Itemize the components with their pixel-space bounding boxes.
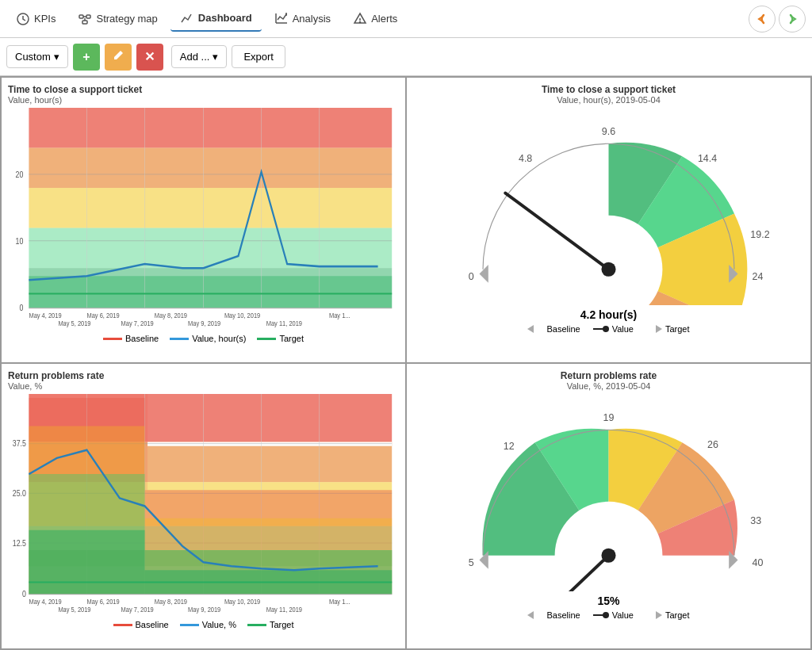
svg-point-52: [603, 326, 609, 332]
panel-bottom-left-title: Return problems rate: [8, 370, 399, 381]
panel-top-right-subtitle: Value, hour(s), 2019-05-04: [413, 95, 804, 105]
add-dropdown-button[interactable]: Add ... ▾: [171, 45, 228, 68]
chart-legend-top-left: Baseline Value, hour(s) Target: [8, 334, 399, 343]
svg-text:10: 10: [16, 236, 24, 246]
gauge-legend-baseline-br: Baseline: [527, 610, 580, 620]
line-chart-top: 0 10 20 May 4, 2019 May 6, 2019 May 8, 2…: [8, 108, 399, 332]
svg-text:20: 20: [16, 170, 24, 179]
panel-top-right: Time to close a support ticket Value, ho…: [406, 77, 811, 363]
svg-marker-50: [527, 325, 534, 333]
plus-icon: +: [82, 50, 90, 64]
chart-legend-bottom-left: Baseline Value, % Target: [8, 620, 399, 629]
legend-baseline-bl: Baseline: [113, 620, 169, 629]
svg-text:24: 24: [753, 271, 764, 282]
nav-analysis-label: Analysis: [293, 13, 331, 25]
legend-target-bl-line: [247, 624, 266, 626]
svg-rect-2: [86, 15, 90, 18]
analysis-icon: [274, 12, 289, 26]
alerts-icon: [353, 12, 367, 26]
gauge-top-value: 4.2 hour(s): [580, 308, 638, 321]
svg-text:May 5, 2019: May 5, 2019: [58, 606, 91, 614]
svg-text:May 7, 2019: May 7, 2019: [121, 319, 155, 327]
nav-dashboard-label: Dashboard: [198, 12, 252, 24]
svg-marker-104: [656, 611, 662, 619]
gauge-legend-baseline: Baseline: [527, 324, 580, 334]
nav-dashboard[interactable]: Dashboard: [170, 6, 262, 32]
line-chart-bottom: 0 12.5 25.0 37.5 May 4, 2019 May 6, 2019…: [8, 394, 399, 618]
gauge-legend-target-label: Target: [665, 324, 690, 334]
svg-rect-3: [82, 21, 87, 24]
gauge-legend-baseline-label: Baseline: [546, 324, 580, 334]
export-label: Export: [243, 51, 274, 63]
svg-text:12.5: 12.5: [13, 538, 26, 548]
add-label: Add ...: [180, 51, 210, 63]
nav-forward-button[interactable]: [779, 6, 806, 32]
svg-text:5: 5: [469, 557, 474, 568]
legend-target-line: [257, 338, 276, 340]
svg-text:May 10, 2019: May 10, 2019: [224, 598, 261, 606]
gauge-legend-target-br: Target: [646, 610, 690, 620]
nav-back-button[interactable]: [749, 6, 776, 32]
add-dropdown-arrow: ▾: [213, 51, 218, 63]
svg-text:May 1...: May 1...: [329, 598, 350, 606]
svg-text:May 7, 2019: May 7, 2019: [121, 606, 155, 614]
gauge-bottom-value: 15%: [597, 595, 619, 607]
svg-marker-40: [479, 265, 488, 283]
custom-dropdown-arrow: ▾: [54, 51, 59, 63]
add-new-button[interactable]: +: [73, 44, 100, 71]
svg-text:37.5: 37.5: [13, 438, 26, 448]
svg-marker-101: [527, 611, 534, 619]
legend-target-label: Target: [279, 334, 304, 343]
svg-text:May 11, 2019: May 11, 2019: [266, 319, 303, 327]
edit-button[interactable]: [105, 44, 132, 71]
svg-rect-17: [29, 276, 392, 308]
svg-text:9.6: 9.6: [602, 126, 615, 137]
svg-text:26: 26: [707, 439, 718, 450]
svg-point-11: [360, 21, 361, 22]
dashboard-icon: [180, 11, 194, 25]
nav-alerts[interactable]: Alerts: [343, 7, 407, 31]
svg-text:May 6, 2019: May 6, 2019: [86, 312, 120, 319]
panel-bottom-left-subtitle: Value, %: [8, 381, 399, 391]
navbar: KPIs Strategy map Dashboard: [0, 0, 812, 38]
legend-target-bl-label: Target: [270, 620, 294, 629]
gauge-legend-baseline-br-label: Baseline: [546, 610, 580, 620]
close-icon: ✕: [144, 49, 155, 64]
gauge-legend-value-label: Value: [612, 324, 634, 334]
svg-text:May 1...: May 1...: [329, 312, 350, 319]
line-chart-top-svg: 0 10 20 May 4, 2019 May 6, 2019 May 8, 2…: [8, 108, 399, 332]
nav-kpis[interactable]: KPIs: [6, 7, 65, 31]
kpi-icon: [16, 12, 30, 26]
gauge-legend-value: Value: [593, 324, 634, 334]
legend-value-bl: Value, %: [180, 620, 236, 629]
nav-strategy-map[interactable]: Strategy map: [68, 7, 167, 31]
nav-kpis-label: KPIs: [34, 13, 56, 25]
panel-top-right-title: Time to close a support ticket: [413, 84, 804, 95]
panel-bottom-left: Return problems rate Value, %: [1, 363, 406, 649]
svg-rect-1: [79, 15, 83, 18]
svg-text:0: 0: [469, 271, 474, 282]
svg-text:May 4, 2019: May 4, 2019: [29, 312, 62, 319]
svg-text:14.4: 14.4: [698, 153, 717, 164]
line-chart-bottom-svg: 0 12.5 25.0 37.5 May 4, 2019 May 6, 2019…: [8, 394, 399, 618]
nav-analysis[interactable]: Analysis: [265, 7, 340, 31]
delete-button[interactable]: ✕: [136, 44, 163, 71]
gauge-top-legend: Baseline Value Target: [527, 324, 689, 334]
legend-value-bl-label: Value, %: [202, 620, 236, 629]
panel-bottom-right: Return problems rate Value, %, 2019-05-0…: [406, 363, 811, 649]
dashboard-grid: Time to close a support ticket Value, ho…: [0, 76, 812, 650]
custom-dropdown-button[interactable]: Custom ▾: [6, 45, 68, 68]
gauge-bottom-svg: 5 12 19 26 33 40: [413, 394, 804, 591]
legend-baseline-bl-label: Baseline: [136, 620, 169, 629]
export-button[interactable]: Export: [232, 45, 285, 68]
svg-text:0: 0: [19, 303, 23, 312]
legend-value-line: [170, 338, 189, 340]
legend-value-label: Value, hour(s): [192, 334, 246, 343]
svg-text:May 4, 2019: May 4, 2019: [29, 598, 62, 606]
svg-text:May 6, 2019: May 6, 2019: [86, 598, 120, 606]
svg-text:May 9, 2019: May 9, 2019: [188, 319, 221, 327]
svg-rect-14: [29, 188, 392, 228]
strategy-map-icon: [78, 12, 92, 26]
gauge-legend-value-br-label: Value: [612, 610, 634, 620]
nav-strategy-map-label: Strategy map: [96, 13, 157, 25]
